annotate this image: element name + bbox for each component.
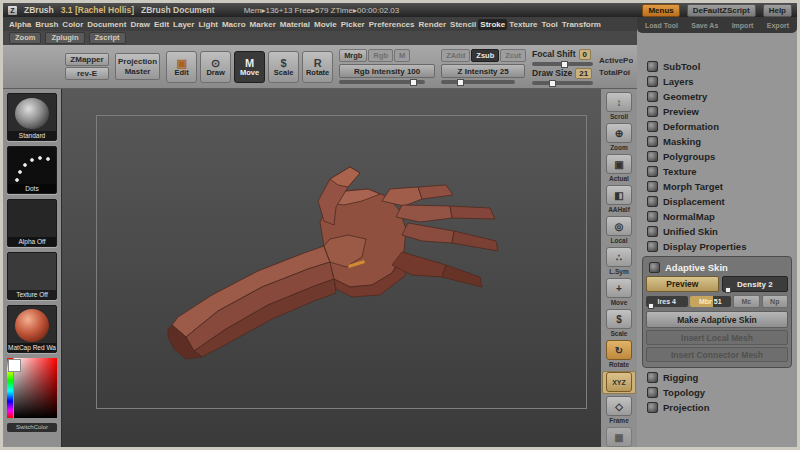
shelf-tool-icon[interactable]: ↻ [606,340,632,360]
subpalette-item[interactable]: Projection [637,400,797,415]
submenu-item[interactable]: Zplugin [45,32,84,44]
menu-item[interactable]: Render [417,19,449,30]
shelf-tool[interactable]: ▣ Actual [606,154,632,183]
focal-shift-slider[interactable] [532,62,593,66]
paint-mode-button[interactable]: Mrgb [339,49,367,62]
submenu-item[interactable]: Zoom [9,32,41,44]
rgb-intensity-track[interactable] [339,80,425,84]
switch-color-button[interactable]: SwitchColor [7,423,57,432]
shelf-tool-icon[interactable]: ◧ [606,185,632,205]
menu-item[interactable]: Alpha [7,19,33,30]
mode-button[interactable]: $ Scale [268,51,299,83]
preview-button[interactable]: Preview [646,276,719,292]
color-picker[interactable] [7,358,57,418]
mc-button[interactable]: Mc [733,295,759,308]
mode-button[interactable]: R Rotate [302,51,333,83]
projection-master-button[interactable]: Projection Master [115,53,160,80]
slider-handle[interactable] [457,79,464,86]
slider-handle[interactable] [410,79,417,86]
subpalette-item[interactable]: Masking [637,134,797,149]
shelf-tool-icon[interactable]: $ [606,309,632,329]
subpalette-item[interactable]: Preview [637,104,797,119]
shelf-tool[interactable]: ↕ Scroll [606,92,632,121]
menu-item[interactable]: Stencil [448,19,478,30]
shelf-thumbnail[interactable]: Standard [7,93,57,141]
shelf-tool-icon[interactable]: XYZ [606,372,632,392]
mbr-slider[interactable]: Mbr 51 [690,296,732,307]
shelf-thumbnail[interactable]: Alpha Off [7,199,57,247]
default-zscript-button[interactable]: DeFaultZScript [687,4,756,17]
subpalette-item[interactable]: Polygroups [637,149,797,164]
slider-handle[interactable] [549,80,556,87]
menu-item[interactable]: Marker [248,19,278,30]
shelf-tool[interactable]: ⊕ Zoom [606,123,632,152]
subpalette-item[interactable]: NormalMap [637,209,797,224]
mode-button[interactable]: M Move [234,51,265,83]
shelf-tool[interactable]: ∴ L.Sym [606,247,632,276]
shelf-thumbnail[interactable]: MatCap Red Wa [7,305,57,353]
subpalette-item[interactable]: Layers [637,74,797,89]
shelf-tool[interactable]: XYZ [602,371,636,394]
tool-palette-header-button[interactable]: Load Tool [645,22,678,29]
shelf-tool-icon[interactable]: ◇ [606,396,632,416]
mode-button[interactable]: ⊙ Draw [200,51,231,83]
paint-mode-button[interactable]: M [394,49,410,62]
menu-item[interactable]: Macro [220,19,248,30]
menu-item[interactable]: Picker [339,19,367,30]
menu-item[interactable]: Color [60,19,85,30]
subpalette-item[interactable]: Topology [637,385,797,400]
paint-mode-button[interactable]: Rgb [368,49,393,62]
menu-item[interactable]: Document [85,19,128,30]
menu-item[interactable]: Layer [171,19,196,30]
viewport-canvas[interactable] [61,89,601,447]
shelf-tool[interactable]: ↻ Rotate [606,340,632,369]
tool-palette-header-button[interactable]: Save As [691,22,718,29]
shelf-tool[interactable]: ▦ Transp [606,427,632,447]
menu-item[interactable]: Preferences [367,19,417,30]
menu-item[interactable]: Movie [312,19,339,30]
menu-item[interactable]: Texture [507,19,539,30]
shelf-tool[interactable]: ◧ AAHalf [606,185,632,214]
menu-item[interactable]: Stroke [478,19,507,30]
help-button[interactable]: Help [763,4,792,17]
subpalette-item[interactable]: Rigging [637,370,797,385]
shelf-tool[interactable]: + Move [606,278,632,307]
menu-item[interactable]: Draw [128,19,152,30]
z-intensity-track[interactable] [441,80,515,84]
menu-item[interactable]: Material [278,19,312,30]
insert-connector-mesh-button[interactable]: Insert Connector Mesh [646,347,788,362]
shelf-tool-icon[interactable]: ◎ [606,216,632,236]
insert-local-mesh-button[interactable]: Insert Local Mesh [646,330,788,345]
menu-item[interactable]: Light [196,19,220,30]
subpalette-item[interactable]: Morph Target [637,179,797,194]
sculpt-mode-button[interactable]: Zsub [471,49,499,62]
menu-item[interactable]: Tool [540,19,560,30]
rgb-intensity-slider[interactable]: Rgb Intensity 100 [339,64,435,78]
shelf-tool-icon[interactable]: ⊕ [606,123,632,143]
subpalette-item[interactable]: Displacement [637,194,797,209]
submenu-item[interactable]: Zscript [89,32,126,44]
tool-palette-header-button[interactable]: Import [732,22,754,29]
subpalette-item[interactable]: Unified Skin [637,224,797,239]
tool-palette-header-button[interactable]: Export [767,22,789,29]
make-adaptive-skin-button[interactable]: Make Adaptive Skin [646,311,788,328]
shelf-thumbnail[interactable]: Texture Off [7,252,57,300]
subpalette-item[interactable]: Deformation [637,119,797,134]
draw-size-slider[interactable] [532,81,593,85]
current-color-swatch[interactable] [8,359,21,372]
shelf-tool[interactable]: ◎ Local [606,216,632,245]
slider-handle[interactable] [561,61,568,68]
zmapper-button[interactable]: ZMapper [65,53,109,66]
mode-button[interactable]: ▣ Edit [166,51,197,83]
subpalette-item[interactable]: Geometry [637,89,797,104]
density-slider[interactable]: Density 2 [722,276,788,292]
shelf-tool-icon[interactable]: ↕ [606,92,632,112]
shelf-tool-icon[interactable]: ▦ [606,427,632,447]
subpalette-item[interactable]: SubTool [637,59,797,74]
shelf-tool-icon[interactable]: ▣ [606,154,632,174]
np-button[interactable]: Np [762,295,788,308]
shelf-tool[interactable]: ◇ Frame [606,396,632,425]
z-intensity-slider[interactable]: Z Intensity 25 [441,64,525,78]
shelf-tool-icon[interactable]: + [606,278,632,298]
ires-slider[interactable]: Ires 4 [646,296,688,307]
